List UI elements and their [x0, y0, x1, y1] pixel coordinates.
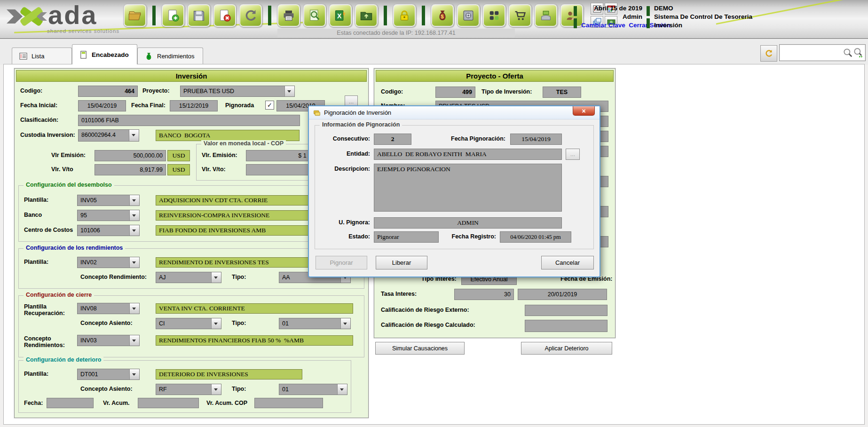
liberar-button[interactable]: Liberar: [376, 256, 427, 269]
dropdown-arrow-icon[interactable]: [129, 210, 139, 221]
preview-button[interactable]: [303, 4, 326, 27]
dropdown-arrow-icon[interactable]: [211, 318, 221, 329]
search-input[interactable]: [781, 49, 843, 57]
fecha-det-label: Fecha:: [24, 400, 43, 406]
pignorar-button[interactable]: Pignorar: [316, 256, 367, 269]
dropdown-arrow-icon[interactable]: [211, 384, 221, 395]
proyecto-codigo-field[interactable]: 499: [435, 87, 475, 98]
tab-lista[interactable]: Lista: [12, 47, 72, 64]
centro-costos-label: Centro de Costos: [24, 227, 73, 233]
plantilla-desembolso-select[interactable]: INV05: [77, 195, 140, 206]
tipo-inversion-field[interactable]: TES: [543, 87, 581, 98]
undo-button[interactable]: [239, 4, 262, 27]
dropdown-arrow-icon[interactable]: [129, 257, 139, 268]
cart-button[interactable]: [508, 4, 532, 27]
entidad-browse-button[interactable]: ...: [566, 149, 580, 160]
tipo-det-select[interactable]: 01: [279, 384, 347, 395]
export-excel-button[interactable]: X: [329, 4, 352, 27]
simular-causaciones-button[interactable]: Simular Causaciones: [375, 342, 465, 355]
fecha-det-field[interactable]: [47, 398, 94, 408]
entidad-field[interactable]: ABELLO DE ROBAYO ENITH MARIA: [374, 149, 562, 160]
codigo-field[interactable]: 464: [78, 86, 138, 97]
connection-status: Estas conectado desde la IP: 192.168.177…: [277, 29, 515, 37]
dropdown-arrow-icon[interactable]: [129, 225, 139, 236]
concepto-rend-select[interactable]: AJ: [156, 272, 221, 283]
fecha-pignoracion-field[interactable]: 15/04/2019: [510, 134, 562, 145]
tab-rendimientos[interactable]: $ Rendimientos: [137, 47, 203, 64]
select-value: INV03: [78, 335, 129, 346]
lock-icon: [398, 9, 411, 22]
vlr-vto-cop-label: Vlr. V/to:: [202, 166, 226, 173]
fecha-inicial-field[interactable]: 15/04/2019: [78, 100, 126, 111]
save-button[interactable]: [187, 4, 211, 27]
open-button[interactable]: [123, 4, 147, 27]
svg-text:X: X: [337, 12, 342, 19]
u-pignora-field[interactable]: ADMIN: [374, 217, 562, 229]
select-value: CI: [156, 318, 211, 329]
modules-button[interactable]: [482, 4, 506, 27]
vlr-emision-field[interactable]: 500,000.00: [95, 150, 166, 161]
dropdown-arrow-icon[interactable]: [337, 384, 347, 395]
refresh-button[interactable]: [760, 45, 777, 62]
vr-acum-field[interactable]: [138, 398, 199, 408]
vlr-emision-moneda[interactable]: USD: [167, 150, 190, 161]
plantilla-recuperacion-label: Plantilla Recuperación:: [24, 304, 75, 316]
plantilla-rend-select[interactable]: INV02: [77, 257, 140, 268]
money-bag-button[interactable]: $: [431, 4, 454, 27]
concepto-rendimientos-desc[interactable]: RENDIMIENTOS FINANCIEROS FIAB 50 % %AMB: [156, 335, 353, 346]
custodia-nombre-field[interactable]: BANCO BOGOTA: [156, 130, 300, 141]
dropdown-arrow-icon[interactable]: [129, 303, 139, 314]
clasificacion-field[interactable]: 0101006 FIAB: [78, 115, 300, 126]
tasa-fecha-field[interactable]: 20/01/2019: [518, 289, 607, 300]
aplicar-deterioro-button[interactable]: Aplicar Deterioro: [521, 342, 612, 355]
riesgo-externo-field[interactable]: [525, 305, 608, 316]
custodia-select[interactable]: 860002964.4: [78, 129, 139, 142]
dropdown-arrow-icon[interactable]: [340, 318, 350, 329]
plantilla-deterioro-label: Plantilla:: [24, 371, 48, 377]
tasa-interes-field[interactable]: 30: [454, 289, 514, 300]
concepto-asiento-cierre-select[interactable]: CI: [156, 318, 221, 329]
close-button[interactable]: ×: [573, 106, 595, 116]
rendimientos-tab-icon: $: [144, 52, 153, 61]
descripcion-field[interactable]: EJEMPLO PIGNORACION: [374, 164, 562, 212]
lock-button[interactable]: [393, 4, 416, 27]
proyecto-select[interactable]: PRUEBA TES USD: [180, 86, 295, 97]
dropdown-arrow-icon[interactable]: [129, 335, 139, 346]
vlr-vto-field[interactable]: 8,917.99: [95, 164, 166, 175]
safe-button[interactable]: [457, 4, 480, 27]
search-icon[interactable]: [843, 47, 853, 58]
dropdown-arrow-icon[interactable]: [284, 86, 294, 96]
dropdown-arrow-icon[interactable]: [211, 272, 221, 283]
centro-costos-select[interactable]: 101006: [77, 225, 140, 236]
consecutivo-label: Consecutivo:: [319, 135, 370, 142]
tipo-cierre-select[interactable]: 01: [279, 318, 351, 329]
delete-button[interactable]: [213, 4, 237, 27]
fecha-final-field[interactable]: 15/12/2019: [170, 100, 218, 111]
cancelar-button[interactable]: Cancelar: [541, 256, 594, 269]
plantilla-recuperacion-desc[interactable]: VENTA INV CTA. CORRIENTE: [156, 303, 353, 314]
tab-encabezado[interactable]: Encabezado: [72, 44, 137, 64]
divider-bars: [647, 4, 650, 30]
banco-select[interactable]: 95: [77, 210, 140, 221]
print-button[interactable]: [277, 4, 300, 27]
fecha-registro-field[interactable]: 04/06/2020 01:45 pm: [500, 231, 571, 243]
riesgo-calculado-field[interactable]: [525, 320, 608, 332]
vlr-vto-moneda[interactable]: USD: [167, 164, 190, 175]
new-button[interactable]: [161, 4, 185, 27]
estado-field[interactable]: Pignorar: [374, 231, 439, 243]
dropdown-arrow-icon[interactable]: [129, 195, 139, 206]
pignorada-checkbox[interactable]: ✓: [265, 101, 274, 110]
plantilla-deterioro-desc[interactable]: DETERIORO DE INVERSIONES: [156, 369, 302, 380]
consecutivo-field[interactable]: 2: [374, 134, 411, 145]
vr-acum-cop-field[interactable]: [254, 398, 323, 408]
search-next-icon[interactable]: [853, 47, 863, 58]
concepto-rendimientos-select[interactable]: INV03: [77, 335, 140, 346]
collect-money-button[interactable]: [534, 4, 558, 27]
plantilla-recuperacion-select[interactable]: INV08: [77, 303, 140, 314]
plantilla-deterioro-select[interactable]: DT001: [77, 369, 140, 380]
import-button[interactable]: [355, 4, 378, 27]
change-password-link[interactable]: Cambiar Clave: [581, 22, 625, 29]
dropdown-arrow-icon[interactable]: [129, 369, 139, 380]
concepto-asiento-det-select[interactable]: RF: [156, 384, 221, 395]
dropdown-arrow-icon[interactable]: [129, 130, 139, 141]
